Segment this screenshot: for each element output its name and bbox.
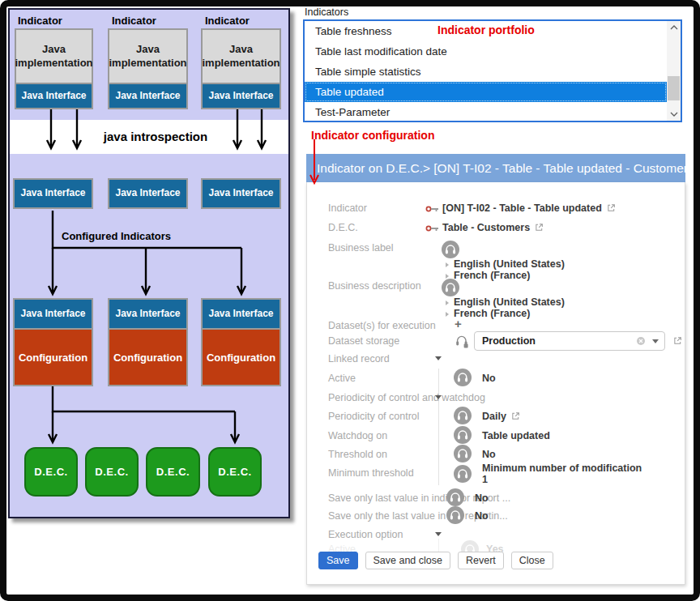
java-interface-box: Java Interface [108,84,188,109]
java-implementation-box: Java implementation [15,28,93,84]
dec-box: D.E.C. [146,447,200,497]
field-label-business-description: Business description [328,280,421,292]
dec-box: D.E.C. [24,447,78,497]
inherited-value-icon[interactable] [442,279,459,296]
open-link-icon[interactable] [535,223,544,232]
java-interface-box: Java Interface [108,178,188,209]
form-button-bar: Save Save and close Revert Close [318,552,553,569]
open-link-icon[interactable] [511,411,520,420]
list-item[interactable]: Table simple statistics [305,62,667,82]
foreign-key-icon [425,205,440,213]
field-value-watchdog-on: Table updated [482,430,550,441]
expand-locale-icon[interactable] [446,262,449,267]
field-label-dec: D.E.C. [328,222,358,233]
inherited-value-icon[interactable] [442,241,459,258]
java-interface-box: Java Interface [15,84,93,109]
save-and-close-button[interactable]: Save and close [365,552,450,569]
locale-english[interactable]: English (United States) [454,296,565,308]
field-value-min-threshold-title: Minimum number of modification [482,462,642,474]
field-label-business-label: Business label [328,242,394,254]
locale-french[interactable]: French (France) [454,308,530,319]
dec-box: D.E.C. [85,447,139,497]
inherited-value-icon[interactable] [454,445,472,462]
configuration-box: Configuration [13,330,93,386]
field-value-active: No [482,373,496,384]
override-headset-icon[interactable] [454,333,470,349]
java-interface-box: Java Interface [201,84,281,109]
inherited-value-icon[interactable] [454,369,472,386]
field-label-watchdog-on: Watchdog on [328,430,387,441]
java-interface-box: Java Interface [13,298,93,330]
foreign-key-icon [425,224,440,232]
java-interface-box: Java Interface [201,298,281,330]
list-item-selected[interactable]: Table updated [305,82,667,102]
field-label-threshold-on: Threshold on [328,449,387,460]
field-label-linked-record: Linked record [328,353,390,364]
indicator-group: Java implementation Java Interface [201,28,281,109]
red-annotation-arrow [308,139,322,190]
field-label-periodicity-group: Periodicity of control and watchdog [328,392,485,403]
java-interface-box: Java Interface [201,178,281,209]
indicator-group-title: Indicator [18,15,62,27]
configured-indicator-unit: Java Interface Configuration [13,298,93,386]
field-value-indicator: [ON] T-I02 - Table - Table updated [442,202,616,214]
close-button[interactable]: Close [511,552,553,569]
scrollbar-thumb[interactable] [668,76,680,100]
save-button[interactable]: Save [318,552,358,569]
scroll-down-icon[interactable] [667,108,681,121]
record-title-bar: Indicator on D.E.C.> [ON] T-I02 - Table … [306,154,685,182]
configured-indicators-label: Configured Indicators [62,230,171,242]
scroll-up-icon[interactable] [667,21,681,34]
collapse-caret-icon[interactable] [435,532,442,536]
collapse-caret-icon[interactable] [435,356,442,360]
field-value-periodicity: Daily [482,411,520,422]
field-label-execution-option: Execution option [328,529,403,540]
open-link-icon[interactable] [607,203,616,212]
locale-french[interactable]: French (France) [454,270,530,281]
java-implementation-box: Java implementation [201,28,281,84]
field-label-periodicity-of-control: Periodicity of control [328,411,420,422]
collapse-caret-icon[interactable] [435,395,442,399]
list-item[interactable]: Table last modification date [305,41,667,62]
field-value-save-last-flat: No [475,510,489,522]
java-interface-box: Java Interface [108,298,188,330]
dec-box: D.E.C. [208,447,262,497]
indicator-portfolio-annotation: Indicator portfolio [438,23,535,36]
indicator-group: Java implementation Java Interface [15,28,93,109]
add-icon[interactable]: + [455,317,462,330]
open-link-icon[interactable] [673,336,682,345]
dropdown-caret-icon[interactable] [652,339,659,343]
inherited-value-icon[interactable] [446,488,464,506]
indicator-group-title: Indicator [112,15,156,27]
clear-icon[interactable] [636,336,646,346]
field-label-datasets-execution: Dataset(s) for execution [328,320,436,331]
configuration-box: Configuration [201,330,281,386]
configured-indicator-unit: Java Interface Configuration [108,298,188,386]
record-form-panel: Indicator [ON] T-I02 - Table - Table upd… [306,182,685,585]
expand-locale-icon[interactable] [446,274,449,279]
screenshot-root: Indicator Indicator Indicator Java imple… [0,0,700,601]
revert-button[interactable]: Revert [458,552,504,569]
field-label-active: Active [328,373,356,384]
field-value-threshold-on: No [482,449,496,460]
locale-english[interactable]: English (United States) [454,258,565,270]
field-value-min-threshold: 1 [482,474,488,485]
dataset-storage-input[interactable]: Production [474,331,665,351]
list-scrollbar[interactable] [667,21,681,121]
indicator-configuration-annotation: Indicator configuration [311,129,434,142]
expand-locale-icon[interactable] [446,312,449,317]
indicator-group-title: Indicator [205,15,250,27]
inherited-value-icon[interactable] [454,407,472,424]
inherited-value-icon[interactable] [446,506,464,524]
field-label-indicator: Indicator [328,202,367,214]
field-value-save-last-report: No [475,492,489,504]
list-item[interactable]: Test-Parameter [305,102,667,121]
field-label-minimum-threshold: Minimum threshold [328,467,414,479]
inherited-value-icon[interactable] [454,426,472,444]
configuration-box: Configuration [108,330,188,386]
indicator-group: Java implementation Java Interface [108,28,188,109]
java-introspection-label: java introspection [34,130,277,143]
inherited-value-icon[interactable] [454,465,472,483]
configured-indicator-unit: Java Interface Configuration [201,298,281,386]
expand-locale-icon[interactable] [446,300,449,305]
